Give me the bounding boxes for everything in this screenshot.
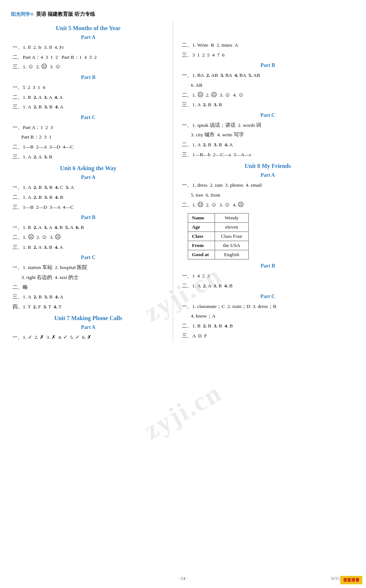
unit5-partC-line4: 三、1. A 2. A 3. B (11, 152, 165, 162)
unit5-partA-line1: 一、1. fl 2. fr 3. fl 4. Fr (11, 43, 165, 52)
unit8-partC-line3: 二、1. B 2. B 3. B 4. B (180, 321, 355, 331)
table-cell-from-label: From (188, 241, 215, 250)
unit6-partA-line3: 三、1—B 2—D 3—A 4—C (11, 202, 165, 212)
unit6-partB-line1: 一、1. B 2. A 3. A 4. B 5. A 6. B (11, 223, 165, 232)
unit8-partA-label: Part A (180, 172, 355, 178)
unit8-partC-line4: 三、A D F (180, 331, 355, 341)
header-title: 英语 福建教育版 听力专练 (36, 11, 95, 18)
unit8-partA-line3: 二、1. ☹ 2. ☺ 3. ☺ 4. ☹ (180, 200, 355, 210)
unit7-title: Unit 7 Making Phone Calls (11, 315, 165, 322)
page: zyji.cn zyji.cn 阳光同学® 英语 福建教育版 听力专练 Unit… (0, 0, 366, 588)
unit8-partC-label: Part C (180, 294, 355, 300)
unit5-partA-line2: 二、Part A：4 3 1 2 Part B：1 4 3 2 (11, 53, 165, 62)
unit6-partB-line3: 三、1. B 2. A 3. B 4. A (11, 243, 165, 252)
table-cell-goodat-value: English (215, 250, 248, 259)
unit5-right-line1: 二、1. Write B 2. times A (180, 40, 355, 50)
right-column: 二、1. Write B 2. times A 三、3 1 2 5 4 7 6 … (173, 21, 355, 343)
left-column: Unit 5 Months of the Year Part A 一、1. fl… (11, 21, 173, 343)
unit5-partA-label: Part A (11, 35, 165, 40)
unit8-partC-line2: 4. know；A (180, 311, 355, 321)
unit5-title: Unit 5 Months of the Year (11, 25, 165, 32)
unit5-right-partB-line4: 三、1. A 2. B 3. B (180, 100, 355, 110)
unit5-partB-label: Part B (11, 75, 165, 80)
unit7-partA-line1: 一、1. ✓ 2. ✗ 3. ✗ 4. ✓ 5. ✓ 6. ✗ (11, 333, 165, 342)
unit8-partB-label: Part B (180, 263, 355, 269)
table-row-class: Class Class Four (188, 232, 248, 241)
two-column-layout: Unit 5 Months of the Year Part A 一、1. fl… (11, 21, 355, 343)
watermark-2: zyji.cn (139, 377, 227, 446)
table-row-age: Age eleven (188, 223, 248, 232)
unit5-right-line2: 三、3 1 2 5 4 7 6 (180, 50, 355, 60)
unit6-partA-line1: 一、1. A 2. B 3. B 4. C 5. A (11, 183, 165, 192)
unit5-partA-line3: 三、1. ☺ 2. ☹ 3. ☺ (11, 62, 165, 72)
table-cell-age-label: Age (188, 223, 215, 232)
unit5-right-partB-line3: 二、1. ☹ 2. ☹ 3. ☺ 4. ☺ (180, 90, 355, 100)
unit6-partC-line4: 三、1. A 2. B 3. B 4. A (11, 292, 165, 302)
table-cell-goodat-label: Good at (188, 250, 215, 259)
unit5-right-partC-line4: 三、1—B—b 2—C—a 3—A—c (180, 150, 355, 159)
unit5-partC-line1: 一、Part A：1 2 3 (11, 123, 165, 132)
unit6-partA-line2: 二、1. A 2. B 3. B 4. B (11, 193, 165, 202)
unit7-partA-label: Part A (11, 325, 165, 330)
table-row-goodat: Good at English (188, 250, 248, 259)
answer-sticker: 答案查看 (340, 576, 362, 584)
logo: 阳光同学® (11, 11, 34, 18)
table-cell-from-value: the USA (215, 241, 248, 250)
table-cell-name-value: Wendy (215, 214, 248, 223)
page-number: · 24 · (178, 576, 188, 581)
unit6-title: Unit 6 Asking the Way (11, 165, 165, 172)
unit5-partC-line3: 二、1—B 2—A 3—D 4—C (11, 142, 165, 152)
header: 阳光同学® 英语 福建教育版 听力专练 (11, 11, 355, 18)
unit5-partC-label: Part C (11, 115, 165, 121)
unit5-partB-line1: 一、5 2 3 1 4 (11, 83, 165, 92)
unit6-partC-line3: 二、略 (11, 283, 165, 292)
unit8-partA-line1: 一、1. dress 2. rain 3. photos 4. email (180, 180, 355, 190)
unit5-right-partB-line2: 6. AB (180, 80, 355, 90)
unit8-partB-line2: 二、1. A 2. A 3. B 4. B (180, 281, 355, 291)
unit5-right-partC-line1: 一、1. speak 说话；讲话 2. words 词 (180, 121, 355, 130)
unit5-partB-line3: 三、1. A 2. B 3. B 4. A (11, 102, 165, 112)
unit5-right-partC-line2: 3. city 城市 4. write 写字 (180, 130, 355, 140)
unit5-partB-line2: 二、1. B 2. A 3. A 4. A (11, 93, 165, 102)
unit5-right-partC-label: Part C (180, 112, 355, 118)
table-row-name: Name Wendy (188, 214, 248, 223)
unit5-right-partB-line1: 一、1. BA 2. AB 3. BA 4. BA 5. AB (180, 71, 355, 80)
unit8-title: Unit 8 My Friends (180, 163, 355, 169)
unit5-partC-line2: Part B：2 3 1 (11, 132, 165, 142)
unit5-right-partC-line3: 二、1. A 2. B 3. B 4. A (180, 140, 355, 150)
unit6-partC-line1: 一、1. station 车站 2. hospital 医院 (11, 263, 165, 272)
table-cell-age-value: eleven (215, 223, 248, 232)
unit6-partC-line2: 3. right 右边的 4. taxi 的士 (11, 273, 165, 282)
table-row-from: From the USA (188, 241, 248, 250)
unit5-right-partB-label: Part B (180, 62, 355, 68)
unit8-partC-line1: 一、1. classmate；C 2. train；D 3. dress；B (180, 302, 355, 311)
unit6-partB-line2: 二、1. ☹ 2. ☺ 3. ☹ (11, 233, 165, 242)
unit6-partB-label: Part B (11, 215, 165, 220)
table-cell-class-label: Class (188, 232, 215, 241)
table-cell-name-label: Name (188, 214, 215, 223)
unit6-partC-label: Part C (11, 255, 165, 261)
unit8-wendy-table: Name Wendy Age eleven Class Class Four F… (188, 213, 248, 259)
unit8-partA-line2: 5. tree 6. from (180, 190, 355, 200)
table-cell-class-value: Class Four (215, 232, 248, 241)
unit6-partA-label: Part A (11, 175, 165, 180)
unit8-partB-line1: 一、1 4 2 3 (180, 271, 355, 281)
unit6-partC-line5: 四、1. T 2. F 3. T 4. T (11, 302, 165, 312)
